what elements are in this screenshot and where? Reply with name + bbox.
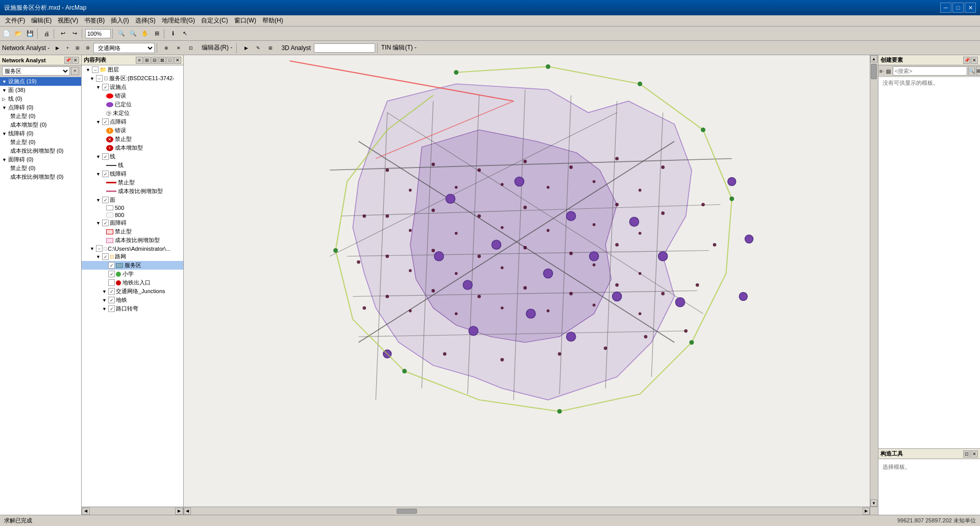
map-scroll-v[interactable]: ▲ ▼ xyxy=(870,55,878,507)
menu-item-v[interactable]: 视图(V) xyxy=(55,15,81,26)
zoom-in-btn[interactable]: 🔍 xyxy=(116,28,127,39)
na-item-line[interactable]: ▷ 线 (0) xyxy=(0,94,81,103)
layer-root[interactable]: ▼ 📁 图层 xyxy=(82,65,183,74)
select-btn[interactable]: ↖ xyxy=(179,28,190,39)
checkbox[interactable] xyxy=(102,171,109,177)
new-btn[interactable]: 📄 xyxy=(1,28,12,39)
rp-pin-btn[interactable]: 📌 xyxy=(963,57,970,64)
scroll-h-right[interactable]: ▶ xyxy=(863,508,870,515)
checkbox[interactable] xyxy=(108,305,115,312)
point-barrier-layer[interactable]: ▼ 点障碍 xyxy=(82,117,183,126)
construct-close-btn[interactable]: ✕ xyxy=(971,450,978,458)
na-btn3[interactable]: ⊡ xyxy=(185,42,197,54)
map-scroll-h[interactable]: ◀ ▶ xyxy=(184,507,870,515)
rp-close-btn[interactable]: ✕ xyxy=(971,57,978,64)
redo-btn[interactable]: ↪ xyxy=(69,28,80,39)
scroll-down-btn[interactable]: ▼ xyxy=(870,499,877,507)
menu-item-f[interactable]: 文件(F) xyxy=(2,15,28,26)
content-panel-btn3[interactable]: ⊟ xyxy=(151,57,158,64)
na-panel-add-btn[interactable]: + xyxy=(71,67,79,75)
open-btn[interactable]: 📂 xyxy=(13,28,24,39)
content-panel-close-btn[interactable]: ✕ xyxy=(174,57,181,64)
map-area[interactable]: ▲ ▼ ◀ ▶ xyxy=(184,55,878,515)
zoom-input[interactable] xyxy=(85,29,111,38)
menu-item-h[interactable]: 帮助(H) xyxy=(259,15,286,26)
menu-item-c[interactable]: 自定义(C) xyxy=(198,15,231,26)
close-button[interactable]: ✕ xyxy=(965,3,976,13)
users-group[interactable]: ▼ □ C:\Users\Administrator\... xyxy=(82,245,183,252)
na-item-facilities[interactable]: ▼ 设施点 (19) xyxy=(0,77,81,86)
pan-btn[interactable]: ✋ xyxy=(139,28,151,39)
na-props-btn[interactable]: ⚙ xyxy=(83,43,92,53)
checkbox[interactable] xyxy=(102,253,109,260)
line-layer[interactable]: ▼ 线 xyxy=(82,152,183,161)
maximize-button[interactable]: □ xyxy=(952,3,964,13)
checkbox[interactable] xyxy=(108,279,115,286)
scroll-right-btn[interactable]: ▶ xyxy=(175,508,183,515)
na-panel-pin-btn[interactable]: 📌 xyxy=(64,57,71,64)
road-group[interactable]: ▼ ⊡ 路网 xyxy=(82,252,183,261)
minimize-button[interactable]: ─ xyxy=(940,3,951,13)
na-network-dropdown[interactable]: 交通网络 xyxy=(93,43,155,53)
content-panel-btn2[interactable]: ⊞ xyxy=(143,57,151,64)
menu-item-e[interactable]: 编辑(E) xyxy=(28,15,55,26)
checkbox[interactable] xyxy=(102,153,109,160)
checkbox[interactable] xyxy=(108,262,115,269)
na-run-btn[interactable]: ▶ xyxy=(53,43,62,53)
content-panel-btn4[interactable]: ⊠ xyxy=(159,57,166,64)
identify-btn[interactable]: ℹ xyxy=(167,28,179,39)
na-item-point-barrier[interactable]: ▼ 点障碍 (0) xyxy=(0,103,81,112)
metro-layer[interactable]: ▼ 地铁 xyxy=(82,296,183,304)
scroll-h-left[interactable]: ◀ xyxy=(184,508,191,515)
zoom-out-btn[interactable]: 🔍 xyxy=(128,28,139,39)
checkbox[interactable] xyxy=(92,66,99,73)
na-item-line-barrier-cost[interactable]: 成本按比例增加型 (0) xyxy=(0,147,81,155)
school-layer[interactable]: 小学 xyxy=(82,270,183,278)
na-item-point-barrier-ban[interactable]: 禁止型 (0) xyxy=(0,112,81,121)
scroll-thumb-h[interactable] xyxy=(397,509,417,514)
junctions-layer[interactable]: ▼ 交通网络_Junctions xyxy=(82,287,183,296)
construct-max-btn[interactable]: ⊡ xyxy=(963,450,970,458)
menu-item-w[interactable]: 窗口(W) xyxy=(231,15,259,26)
metro-exit-layer[interactable]: 地铁出入口 xyxy=(82,278,183,287)
print-btn[interactable]: 🖨 xyxy=(41,28,52,39)
na-item-face-barrier[interactable]: ▼ 面障碍 (0) xyxy=(0,155,81,164)
facilities-layer[interactable]: ▼ 设施点 xyxy=(82,83,183,91)
checkbox[interactable] xyxy=(102,118,109,125)
menu-item-s[interactable]: 选择(S) xyxy=(132,15,159,26)
menu-item-g[interactable]: 地理处理(G) xyxy=(159,15,198,26)
undo-btn[interactable]: ↩ xyxy=(57,28,68,39)
checkbox[interactable] xyxy=(96,245,103,252)
menu-item-i[interactable]: 插入(I) xyxy=(108,15,132,26)
na-window-btn[interactable]: ⊞ xyxy=(73,43,82,53)
na-btn2[interactable]: ✕ xyxy=(173,42,184,54)
na-item-face-barrier-cost[interactable]: 成本按比例增加型 (0) xyxy=(0,173,81,181)
na-item-point-barrier-cost[interactable]: 成本增加型 (0) xyxy=(0,121,81,129)
na-btn1[interactable]: ⊕ xyxy=(161,42,172,54)
na-item-face[interactable]: ▼ 面 (38) xyxy=(0,86,81,94)
na-item-line-barrier[interactable]: ▼ 线障碍 (0) xyxy=(0,129,81,138)
checkbox[interactable] xyxy=(108,288,115,295)
service-area-sub[interactable]: 服务区 xyxy=(82,261,183,270)
scroll-left-btn[interactable]: ◀ xyxy=(82,508,90,515)
menu-item-b[interactable]: 书签(B) xyxy=(81,15,108,26)
na-panel-close-btn[interactable]: ✕ xyxy=(72,57,79,64)
checkbox[interactable] xyxy=(108,271,115,277)
na-add-btn[interactable]: + xyxy=(63,43,72,53)
3d-input[interactable] xyxy=(314,43,375,53)
na-panel-select[interactable]: 服务区 xyxy=(2,66,70,76)
scroll-thumb-v[interactable] xyxy=(871,64,877,79)
content-panel-btn5[interactable]: □ xyxy=(166,57,174,64)
turn-layer[interactable]: ▼ 路口转弯 xyxy=(82,304,183,313)
checkbox[interactable] xyxy=(102,197,109,203)
search-btn[interactable]: 🔍 xyxy=(968,66,975,76)
editor-btn2[interactable]: ✎ xyxy=(253,42,264,54)
full-extent-btn[interactable]: ⊞ xyxy=(151,28,162,39)
na-item-face-barrier-ban[interactable]: 禁止型 (0) xyxy=(0,164,81,173)
editor-btn3[interactable]: ⊞ xyxy=(265,42,276,54)
line-barrier-layer[interactable]: ▼ 线障碍 xyxy=(82,170,183,178)
checkbox[interactable] xyxy=(108,297,115,303)
editor-btn1[interactable]: ▶ xyxy=(240,42,252,54)
checkbox[interactable] xyxy=(96,75,103,82)
checkbox[interactable] xyxy=(102,84,109,90)
